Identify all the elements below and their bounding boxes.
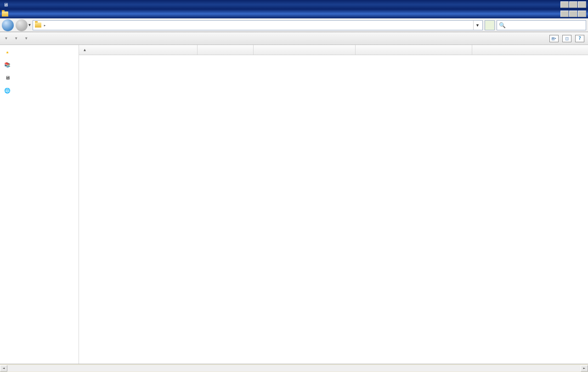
sort-asc-icon: ▲ [84,48,86,52]
navigation-pane: ★ 📚 🖥 🌐 [0,45,79,364]
sidebar-network-header[interactable]: 🌐 [0,86,79,95]
breadcrumb-bar[interactable]: ▸ ▼ [33,20,483,30]
column-header-date[interactable] [198,45,254,55]
rdp-minimize-button[interactable] [560,1,569,8]
search-icon: 🔍 [499,22,506,28]
rdp-maximize-button[interactable] [569,1,577,8]
network-icon: 🌐 [4,87,11,94]
file-list-pane: ▲ [79,45,588,364]
horizontal-scrollbar[interactable]: ◄ ► [0,364,588,372]
folder-icon [2,11,8,17]
library-icon: 📚 [4,62,11,68]
chevron-right-icon[interactable]: ▸ [42,23,47,28]
address-bar: ▼ ▸ ▼ 🔍 [0,18,588,32]
computer-icon: 🖥 [4,74,11,81]
scroll-left-button[interactable]: ◄ [0,365,7,372]
nav-history-dropdown[interactable]: ▼ [28,23,31,27]
rdp-titlebar: 🖥 [0,0,588,9]
help-button[interactable]: ? [575,35,584,42]
column-header-name[interactable]: ▲ [79,45,198,55]
command-bar: ▼ ▼ ▼ ▤▾ ◫ ? [0,32,588,45]
column-header-size[interactable] [356,45,472,55]
column-headers: ▲ [79,45,588,55]
sidebar-libraries-header[interactable]: 📚 [0,61,79,69]
explorer-titlebar [0,9,588,18]
rdp-icon: 🖥 [2,1,9,8]
sidebar-favorites-header[interactable]: ★ [0,48,79,56]
explorer-maximize-button[interactable] [569,11,577,17]
share-menu[interactable]: ▼ [24,36,28,40]
view-options-button[interactable]: ▤▾ [549,35,559,42]
preview-pane-button[interactable]: ◫ [562,35,571,42]
scrollbar-track[interactable] [7,365,581,372]
nav-forward-button[interactable] [16,19,28,31]
main-area: ★ 📚 🖥 🌐 [0,45,588,364]
sidebar-computer-header[interactable]: 🖥 [0,73,79,82]
organize-menu[interactable]: ▼ [4,36,7,40]
column-header-type[interactable] [254,45,356,55]
address-dropdown[interactable]: ▼ [473,21,481,30]
folder-icon [35,23,41,28]
star-icon: ★ [4,49,11,55]
explorer-minimize-button[interactable] [560,11,569,17]
search-input[interactable]: 🔍 [497,20,586,30]
rdp-close-button[interactable] [578,1,586,8]
refresh-button[interactable] [485,20,495,30]
file-rows-container [79,55,588,364]
include-in-library-menu[interactable]: ▼ [14,36,17,40]
nav-back-button[interactable] [2,19,14,31]
scroll-right-button[interactable]: ► [581,365,588,372]
explorer-close-button[interactable] [578,11,586,17]
